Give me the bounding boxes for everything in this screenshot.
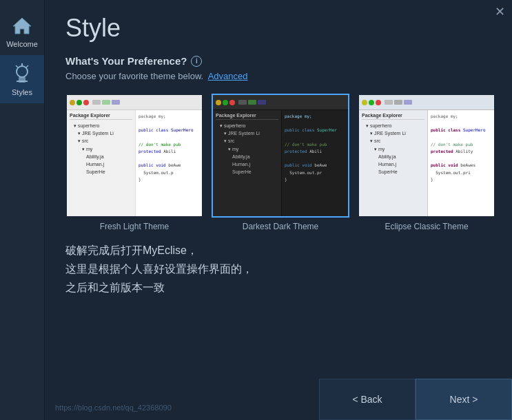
- theme-label-fresh-light: Fresh Light Theme: [100, 222, 170, 231]
- back-button[interactable]: < Back: [319, 379, 416, 420]
- svg-point-1: [17, 66, 28, 77]
- theme-card-fresh-light[interactable]: Package Explorer ▾ superhero ▾ JRE Syste…: [65, 94, 203, 231]
- chinese-line-3: 之后和之前版本一致: [65, 278, 491, 297]
- chinese-line-2: 这里是根据个人喜好设置操作界面的，: [65, 260, 491, 278]
- main-content: Style What's Your Preference? i Choose y…: [45, 0, 512, 420]
- chinese-line-1: 破解完成后打开MyEclise，: [65, 241, 491, 260]
- advanced-link[interactable]: Advanced: [208, 71, 248, 81]
- styles-icon: [10, 62, 34, 85]
- sidebar-item-styles-label: Styles: [12, 88, 32, 96]
- theme-card-darkest-dark[interactable]: Package Explorer ▾ superhero ▾ JRE Syste…: [212, 94, 349, 231]
- svg-line-3: [16, 65, 18, 67]
- themes-row: Package Explorer ▾ superhero ▾ JRE Syste…: [65, 94, 491, 231]
- sidebar-item-welcome[interactable]: Welcome: [0, 7, 44, 55]
- description: Choose your favorite theme below. Advanc…: [65, 71, 491, 81]
- sidebar: Welcome Styles: [0, 0, 45, 420]
- chinese-text-block: 破解完成后打开MyEclise， 这里是根据个人喜好设置操作界面的， 之后和之前…: [65, 241, 491, 297]
- bottom-bar: < Back Next >: [45, 379, 512, 420]
- info-icon[interactable]: i: [191, 56, 202, 67]
- svg-marker-0: [13, 18, 31, 34]
- description-text: Choose your favorite theme below.: [65, 71, 203, 81]
- theme-preview-darkest-dark: Package Explorer ▾ superhero ▾ JRE Syste…: [212, 94, 349, 218]
- close-button[interactable]: ✕: [495, 4, 505, 19]
- page-title: Style: [65, 14, 491, 43]
- sidebar-item-styles[interactable]: Styles: [0, 55, 44, 103]
- next-button[interactable]: Next >: [416, 379, 512, 420]
- welcome-icon: [10, 14, 34, 37]
- theme-label-eclipse-classic: Eclipse Classic Theme: [385, 222, 468, 231]
- subtitle-text: What's Your Preference?: [65, 55, 187, 67]
- subtitle: What's Your Preference? i: [65, 55, 491, 67]
- theme-preview-fresh-light: Package Explorer ▾ superhero ▾ JRE Syste…: [65, 94, 203, 218]
- theme-label-darkest-dark: Darkest Dark Theme: [243, 222, 318, 231]
- theme-preview-eclipse-classic: Package Explorer ▾ superhero ▾ JRE Syste…: [358, 94, 495, 218]
- theme-card-eclipse-classic[interactable]: Package Explorer ▾ superhero ▾ JRE Syste…: [358, 94, 495, 231]
- sidebar-item-welcome-label: Welcome: [6, 40, 38, 48]
- svg-line-4: [26, 65, 28, 67]
